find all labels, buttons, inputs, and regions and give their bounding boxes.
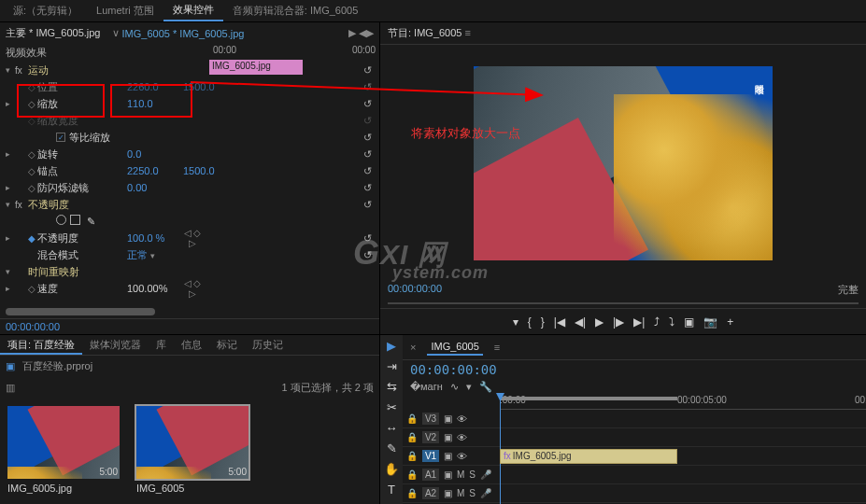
keyframe-nav[interactable]: ◁ ◇ ▷ xyxy=(183,228,202,248)
twirl-icon[interactable]: ▾ xyxy=(6,267,15,276)
mic-icon[interactable]: M xyxy=(457,488,464,498)
tab-media-browser[interactable]: 媒体浏览器 xyxy=(82,335,149,355)
anchor-y[interactable]: 1500.0 xyxy=(183,165,239,176)
nav-arrows[interactable]: ▶ ◀▶ xyxy=(348,27,374,39)
reset-icon[interactable]: ↺ xyxy=(361,132,374,144)
stopwatch-icon[interactable]: ◇ xyxy=(28,116,37,126)
camera-icon[interactable]: 📷 xyxy=(703,315,717,329)
program-fit[interactable]: 完整 xyxy=(838,283,859,297)
track-v3[interactable]: 🔒V3▣👁 xyxy=(403,410,866,428)
filter-icon[interactable]: ▥ xyxy=(6,382,15,394)
scale-value[interactable]: 110.0 xyxy=(127,98,183,109)
mark-out-icon[interactable]: } xyxy=(541,315,545,329)
program-monitor[interactable]: 明孝陵 xyxy=(380,45,866,281)
twirl-icon[interactable]: ▸ xyxy=(6,183,15,192)
tab-source[interactable]: 源:（无剪辑） xyxy=(4,1,87,21)
tab-info[interactable]: 信息 xyxy=(174,335,209,355)
step-back-icon[interactable]: ◀| xyxy=(575,315,586,329)
eye-icon[interactable]: 👁 xyxy=(457,451,467,462)
tab-lumetri[interactable]: Lumetri 范围 xyxy=(87,1,163,21)
mic-icon[interactable]: M xyxy=(457,469,464,480)
twirl-icon[interactable]: ▸ xyxy=(6,99,15,108)
tab-audio-mixer[interactable]: 音频剪辑混合器: IMG_6005 xyxy=(223,1,367,21)
anti-flicker-value[interactable]: 0.00 xyxy=(127,182,183,193)
lock-icon[interactable]: 🔒 xyxy=(406,469,418,480)
stopwatch-icon[interactable]: ◇ xyxy=(28,183,37,193)
track-v1[interactable]: 🔒V1▣👁 fxIMG_6005.jpg xyxy=(403,447,866,466)
ripple-tool-icon[interactable]: ⇆ xyxy=(387,380,397,394)
effect-mini-timeline[interactable]: 00:00 00:00 IMG_6005.jpg xyxy=(209,45,379,82)
pen-mask-icon[interactable]: ✎ xyxy=(84,215,97,228)
mark-in-icon[interactable]: { xyxy=(528,315,532,329)
blend-mode-value[interactable]: 正常 ▾ xyxy=(127,248,183,262)
slip-tool-icon[interactable]: ↔ xyxy=(386,421,398,435)
opacity-value[interactable]: 100.0 % xyxy=(127,232,183,244)
ellipse-mask-icon[interactable] xyxy=(56,215,66,225)
stopwatch-icon[interactable]: ◆ xyxy=(28,233,37,244)
mute-icon[interactable]: ▣ xyxy=(444,469,452,480)
pen-tool-icon[interactable]: ✎ xyxy=(387,441,397,455)
toggle-output-icon[interactable]: ▣ xyxy=(444,432,452,442)
goto-out-icon[interactable]: ▶| xyxy=(633,315,645,329)
extract-icon[interactable]: ⤵ xyxy=(669,315,674,329)
fx-badge[interactable]: fx xyxy=(15,200,28,210)
bin-item[interactable]: 5:00 IMG_6005 xyxy=(136,406,248,497)
toggle-output-icon[interactable]: ▣ xyxy=(444,451,452,461)
timeline-clip[interactable]: fxIMG_6005.jpg xyxy=(500,449,677,464)
anchor-x[interactable]: 2250.0 xyxy=(127,165,183,176)
twirl-icon[interactable]: ▸ xyxy=(6,284,15,293)
mini-clip[interactable]: IMG_6005.jpg xyxy=(209,60,303,75)
stopwatch-icon[interactable]: ◇ xyxy=(28,82,37,92)
eye-icon[interactable]: 👁 xyxy=(457,432,467,443)
reset-icon[interactable]: ↺ xyxy=(361,115,374,127)
scroll-thumb[interactable] xyxy=(6,308,155,315)
reset-icon[interactable]: ↺ xyxy=(361,81,374,93)
play-icon[interactable]: ▶ xyxy=(595,315,603,329)
sequence-clip-link[interactable]: IMG_6005 * IMG_6005.jpg xyxy=(122,28,245,39)
step-fwd-icon[interactable]: |▶ xyxy=(613,315,624,329)
lift-icon[interactable]: ⤴ xyxy=(654,315,660,329)
timeline-ruler[interactable]: :00:00 00:00:05:00 00:00:10:00 xyxy=(500,395,866,410)
goto-in-icon[interactable]: |◀ xyxy=(554,315,565,329)
solo-icon[interactable]: S xyxy=(469,469,476,480)
bin-item[interactable]: 5:00 IMG_6005.jpg xyxy=(7,406,120,497)
track-select-tool-icon[interactable]: ⇥ xyxy=(387,359,397,373)
tab-history[interactable]: 历史记 xyxy=(245,335,291,355)
effect-time-remap[interactable]: 时间重映射 xyxy=(28,265,79,279)
reset-icon[interactable]: ↺ xyxy=(361,148,374,161)
effect-motion[interactable]: 运动 xyxy=(28,63,49,77)
uniform-scale-checkbox[interactable]: ✓ xyxy=(56,133,65,142)
reset-icon[interactable]: ↺ xyxy=(361,199,374,211)
eye-icon[interactable]: 👁 xyxy=(457,413,467,425)
stopwatch-icon[interactable]: ◇ xyxy=(28,284,37,294)
twirl-icon[interactable]: ▾ xyxy=(6,65,15,75)
sequence-tab[interactable]: IMG_6005 xyxy=(427,339,482,356)
tab-project[interactable]: 项目: 百度经验 xyxy=(0,335,82,355)
snap-icon[interactable]: �магн xyxy=(410,381,443,393)
speed-value[interactable]: 100.00% xyxy=(127,283,183,294)
work-area-bar[interactable] xyxy=(500,397,677,400)
position-x[interactable]: 2260.0 xyxy=(127,81,183,92)
solo-icon[interactable]: S xyxy=(469,488,476,498)
type-tool-icon[interactable]: T xyxy=(388,483,395,497)
lock-icon[interactable]: 🔒 xyxy=(406,488,418,498)
rect-mask-icon[interactable] xyxy=(70,215,80,225)
fx-badge[interactable]: fx xyxy=(15,65,28,76)
track-a2[interactable]: 🔒A2▣MS🎤 xyxy=(403,484,866,503)
add-marker-icon[interactable]: ▾ xyxy=(513,315,518,329)
reset-icon[interactable]: ↺ xyxy=(361,98,374,110)
lock-icon[interactable]: 🔒 xyxy=(406,432,418,442)
marker-icon[interactable]: ▾ xyxy=(466,381,472,393)
stopwatch-icon[interactable]: ◇ xyxy=(28,166,37,176)
hand-tool-icon[interactable]: ✋ xyxy=(384,462,399,476)
wrench-icon[interactable]: 🔧 xyxy=(479,381,492,393)
reset-icon[interactable]: ↺ xyxy=(361,165,374,177)
voice-icon[interactable]: 🎤 xyxy=(480,488,491,498)
reset-icon[interactable]: ↺ xyxy=(361,232,374,245)
keyframe-nav[interactable]: ◁ ◇ ▷ xyxy=(183,278,202,299)
program-timecode[interactable]: 00:00:00:00 xyxy=(388,283,442,297)
voice-icon[interactable]: 🎤 xyxy=(480,469,491,480)
link-icon[interactable]: ∿ xyxy=(450,381,459,393)
lock-icon[interactable]: 🔒 xyxy=(406,451,418,461)
position-y[interactable]: 1500.0 xyxy=(183,81,239,92)
